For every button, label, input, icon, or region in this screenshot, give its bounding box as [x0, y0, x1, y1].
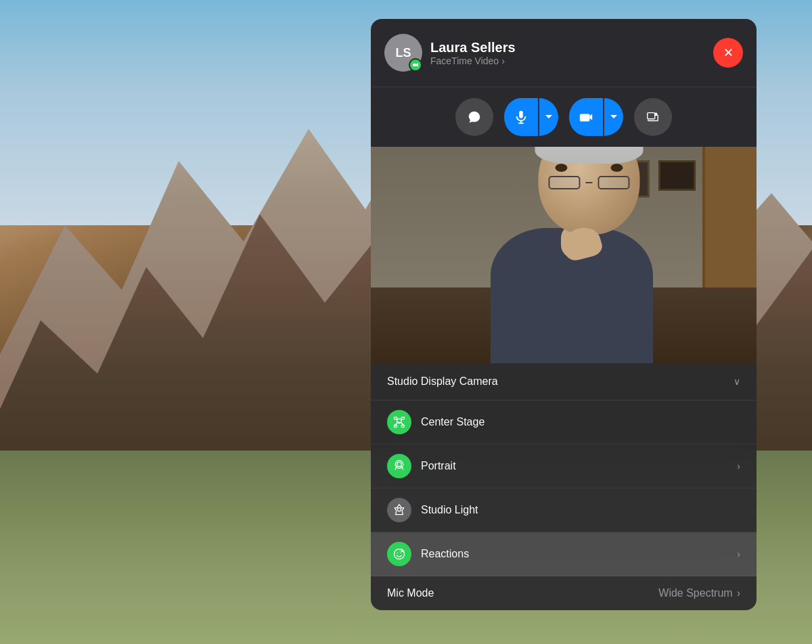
chat-icon	[467, 110, 482, 124]
camera-header-chevron: ∨	[734, 376, 740, 387]
facetime-window: LS Laura Sellers FaceTime Video › ✕	[371, 19, 757, 610]
portrait-chevron: ›	[737, 461, 740, 472]
video-person	[371, 147, 757, 363]
reactions-label: Reactions	[421, 548, 727, 560]
share-button[interactable]	[634, 98, 672, 136]
mic-mode-value: Wide Spectrum	[658, 587, 732, 599]
svg-point-17	[394, 549, 405, 559]
camera-button[interactable]	[569, 98, 603, 136]
contact-info: Laura Sellers FaceTime Video ›	[430, 40, 705, 66]
mic-mode-chevron: ›	[737, 587, 740, 599]
svg-rect-2	[519, 111, 523, 118]
portrait-icon	[392, 459, 406, 473]
menu-item-reactions[interactable]: Reactions ›	[371, 532, 757, 576]
video-feed	[371, 147, 757, 363]
avatar: LS	[384, 34, 422, 72]
svg-rect-13	[401, 425, 404, 427]
camera-chevron-button[interactable]	[604, 98, 623, 136]
close-button[interactable]: ✕	[713, 38, 743, 68]
eye-left	[556, 164, 568, 172]
chat-button[interactable]	[455, 98, 493, 136]
mic-icon	[514, 110, 528, 124]
svg-point-18	[397, 553, 399, 554]
center-stage-icon	[392, 415, 406, 429]
portrait-icon-bg	[387, 454, 411, 478]
center-stage-icon-bg	[387, 410, 411, 434]
svg-point-19	[401, 553, 402, 554]
subtitle-chevron: ›	[501, 55, 505, 66]
camera-icon	[579, 110, 593, 124]
contact-name: Laura Sellers	[430, 40, 705, 55]
mic-button[interactable]	[504, 98, 538, 136]
svg-point-20	[401, 551, 403, 553]
svg-point-8	[655, 113, 658, 116]
camera-name-label: Studio Display Camera	[387, 375, 498, 388]
svg-point-15	[395, 461, 403, 469]
picture-frame-2	[658, 160, 696, 191]
reactions-chevron: ›	[737, 549, 740, 559]
window-header: LS Laura Sellers FaceTime Video › ✕	[371, 19, 757, 87]
mic-dropdown-chevron	[545, 114, 553, 120]
studio-light-icon	[392, 503, 406, 517]
glasses-right	[598, 176, 630, 189]
svg-rect-7	[648, 113, 655, 119]
share-icon	[646, 110, 660, 124]
camera-dropdown-chevron	[610, 114, 618, 120]
svg-rect-5	[580, 114, 590, 121]
mic-button-group	[504, 98, 558, 136]
menu-item-portrait[interactable]: Portrait ›	[371, 444, 757, 488]
camera-header[interactable]: Studio Display Camera ∨	[371, 363, 757, 400]
facetime-badge	[409, 58, 422, 72]
svg-marker-1	[416, 63, 418, 67]
studio-light-icon-bg	[387, 498, 411, 522]
controls-bar	[371, 87, 757, 147]
reactions-icon-bg	[387, 542, 411, 566]
person-glasses	[549, 174, 630, 191]
studio-light-label: Studio Light	[421, 504, 740, 516]
svg-rect-12	[394, 425, 397, 427]
svg-rect-10	[394, 417, 397, 419]
mic-mode-row[interactable]: Mic Mode Wide Spectrum ›	[371, 576, 757, 610]
menu-item-studio-light[interactable]: Studio Light	[371, 488, 757, 532]
glasses-left	[549, 176, 581, 189]
camera-button-group	[569, 98, 623, 136]
door-frame	[702, 147, 757, 288]
contact-subtitle[interactable]: FaceTime Video ›	[430, 55, 705, 66]
camera-dropdown-menu: Studio Display Camera ∨ Center Stage	[371, 363, 757, 610]
reactions-icon	[392, 547, 406, 561]
person-hair	[535, 147, 644, 164]
svg-rect-11	[401, 417, 404, 419]
eye-right	[611, 164, 623, 172]
menu-item-center-stage[interactable]: Center Stage	[371, 400, 757, 444]
mic-mode-value-group: Wide Spectrum ›	[658, 587, 740, 599]
glasses-bridge	[586, 182, 593, 183]
center-stage-label: Center Stage	[421, 416, 740, 428]
portrait-label: Portrait	[421, 460, 727, 472]
svg-marker-6	[590, 114, 593, 120]
mic-mode-label: Mic Mode	[387, 587, 434, 599]
svg-rect-0	[413, 64, 416, 66]
svg-point-16	[398, 508, 401, 511]
mic-chevron-button[interactable]	[539, 98, 558, 136]
